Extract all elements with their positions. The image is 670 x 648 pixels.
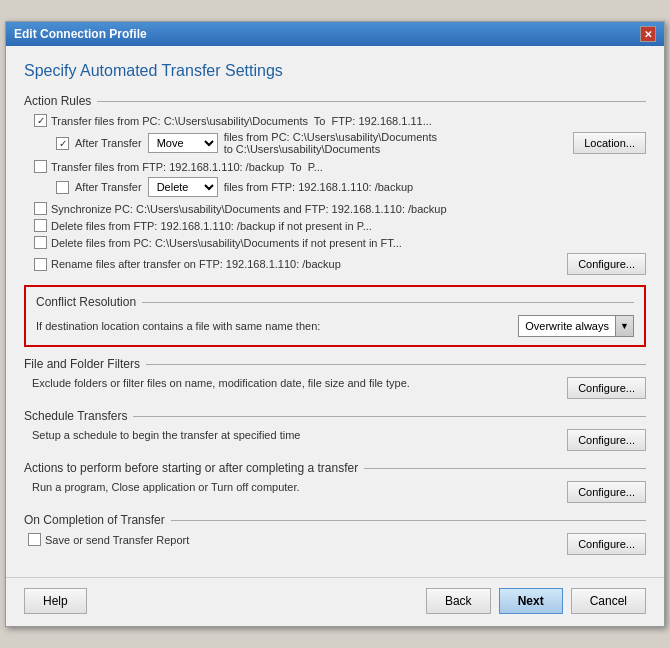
- list-item: Transfer files from PC: C:\Users\usabili…: [34, 114, 646, 127]
- window-title: Edit Connection Profile: [14, 27, 147, 41]
- synchronize-checkbox[interactable]: [34, 202, 47, 215]
- conflict-resolution-dropdown[interactable]: Overwrite always ▼: [518, 315, 634, 337]
- close-button[interactable]: ✕: [640, 26, 656, 42]
- delete-pc-label: Delete files from PC: C:\Users\usability…: [51, 237, 402, 249]
- actions-before-after-header: Actions to perform before starting or af…: [24, 461, 646, 475]
- synchronize-label: Synchronize PC: C:\Users\usability\Docum…: [51, 203, 447, 215]
- rename-label: Rename files after transfer on FTP: 192.…: [51, 258, 341, 270]
- delete-ftp-label: Delete files from FTP: 192.168.1.110: /b…: [51, 220, 372, 232]
- actions-before-after-section: Actions to perform before starting or af…: [24, 461, 646, 503]
- conflict-resolution-header: Conflict Resolution: [36, 295, 634, 309]
- list-item: Synchronize PC: C:\Users\usability\Docum…: [34, 202, 646, 215]
- help-button[interactable]: Help: [24, 588, 87, 614]
- title-bar: Edit Connection Profile ✕: [6, 22, 664, 46]
- file-folder-section: File and Folder Filters Exclude folders …: [24, 357, 646, 399]
- after-transfer-1-desc: files from PC: C:\Users\usability\Docume…: [224, 131, 437, 155]
- action-rules-header: Action Rules: [24, 94, 646, 108]
- action-rules-section: Action Rules Transfer files from PC: C:\…: [24, 94, 646, 275]
- after-transfer-2-row: After Transfer Delete Move None files fr…: [56, 177, 646, 197]
- rename-row: Rename files after transfer on FTP: 192.…: [34, 253, 646, 275]
- conflict-resolution-section: Conflict Resolution If destination locat…: [24, 285, 646, 347]
- delete-ftp-checkbox[interactable]: [34, 219, 47, 232]
- after-transfer-1-dropdown[interactable]: Move Delete None: [148, 133, 218, 153]
- actions-before-after-body: Run a program, Close application or Turn…: [24, 481, 646, 503]
- schedule-body: Setup a schedule to begin the transfer a…: [24, 429, 646, 451]
- main-content: Specify Automated Transfer Settings Acti…: [6, 46, 664, 577]
- completion-body: Save or send Transfer Report Configure..…: [24, 533, 646, 555]
- actions-before-after-description: Run a program, Close application or Turn…: [28, 481, 300, 493]
- list-item: Delete files from PC: C:\Users\usability…: [34, 236, 646, 249]
- file-folder-description: Exclude folders or filter files on name,…: [28, 377, 410, 389]
- conflict-resolution-row: If destination location contains a file …: [36, 315, 634, 337]
- list-item: Transfer files from FTP: 192.168.1.110: …: [34, 160, 646, 173]
- transfer-pc-ftp-label: Transfer files from PC: C:\Users\usabili…: [51, 115, 432, 127]
- conflict-resolution-label: If destination location contains a file …: [36, 320, 320, 332]
- conflict-resolution-arrow[interactable]: ▼: [615, 316, 633, 336]
- after-transfer-2-checkbox[interactable]: [56, 181, 69, 194]
- schedule-header: Schedule Transfers: [24, 409, 646, 423]
- schedule-description: Setup a schedule to begin the transfer a…: [28, 429, 300, 441]
- actions-configure-button[interactable]: Configure...: [567, 481, 646, 503]
- completion-section: On Completion of Transfer Save or send T…: [24, 513, 646, 555]
- transfer-pc-ftp-checkbox[interactable]: [34, 114, 47, 127]
- footer: Help Back Next Cancel: [6, 577, 664, 626]
- page-title: Specify Automated Transfer Settings: [24, 62, 646, 80]
- completion-header: On Completion of Transfer: [24, 513, 646, 527]
- action-rules-body: Transfer files from PC: C:\Users\usabili…: [24, 114, 646, 275]
- after-transfer-1-checkbox[interactable]: [56, 137, 69, 150]
- save-report-label: Save or send Transfer Report: [45, 534, 189, 546]
- after-transfer-2-label: After Transfer: [75, 181, 142, 193]
- file-folder-body: Exclude folders or filter files on name,…: [24, 377, 646, 399]
- main-window: Edit Connection Profile ✕ Specify Automa…: [5, 21, 665, 627]
- back-button[interactable]: Back: [426, 588, 491, 614]
- schedule-section: Schedule Transfers Setup a schedule to b…: [24, 409, 646, 451]
- location-button[interactable]: Location...: [573, 132, 646, 154]
- file-folder-configure-button[interactable]: Configure...: [567, 377, 646, 399]
- footer-right-buttons: Back Next Cancel: [426, 588, 646, 614]
- cancel-button[interactable]: Cancel: [571, 588, 646, 614]
- rename-checkbox[interactable]: [34, 258, 47, 271]
- rename-configure-button[interactable]: Configure...: [567, 253, 646, 275]
- save-report-checkbox[interactable]: [28, 533, 41, 546]
- after-transfer-2-dropdown[interactable]: Delete Move None: [148, 177, 218, 197]
- transfer-ftp-pc-label: Transfer files from FTP: 192.168.1.110: …: [51, 161, 323, 173]
- list-item: Delete files from FTP: 192.168.1.110: /b…: [34, 219, 646, 232]
- schedule-configure-button[interactable]: Configure...: [567, 429, 646, 451]
- delete-pc-checkbox[interactable]: [34, 236, 47, 249]
- transfer-ftp-pc-checkbox[interactable]: [34, 160, 47, 173]
- after-transfer-1-row: After Transfer Move Delete None files fr…: [56, 131, 646, 155]
- after-transfer-2-desc: files from FTP: 192.168.1.110: /backup: [224, 181, 414, 193]
- completion-configure-button[interactable]: Configure...: [567, 533, 646, 555]
- conflict-resolution-value: Overwrite always: [519, 320, 615, 332]
- file-folder-header: File and Folder Filters: [24, 357, 646, 371]
- after-transfer-1-label: After Transfer: [75, 137, 142, 149]
- next-button[interactable]: Next: [499, 588, 563, 614]
